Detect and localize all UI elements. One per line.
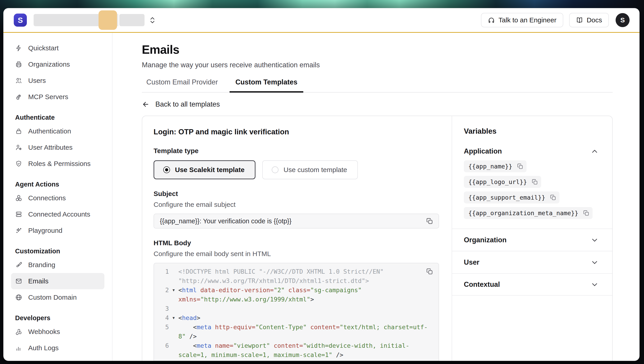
variable-chip-app-organization-meta-name[interactable]: {{app_organization_meta_name}} (464, 207, 592, 219)
template-card: Login: OTP and magic link verification T… (142, 116, 613, 361)
subject-input[interactable]: {{app_name}}: Your verification code is … (154, 214, 439, 229)
sidebar-item-label: Playground (28, 227, 62, 234)
sidebar-item-label: MCP Servers (28, 93, 68, 101)
back-link-label: Back to all templates (155, 100, 220, 108)
page-subtitle: Manage the way your users receive authen… (142, 61, 640, 69)
option-use-custom-template[interactable]: Use custom template (262, 160, 358, 179)
shield-check-icon (15, 160, 22, 167)
variable-text: {{app_name}} (468, 163, 512, 170)
line-number (154, 332, 169, 341)
copy-icon (517, 163, 523, 169)
copy-html-button[interactable] (425, 267, 434, 276)
talk-to-engineer-button[interactable]: Talk to an Engineer (481, 13, 563, 27)
variable-text: {{app_logo_url}} (468, 178, 527, 186)
variable-chip-list: {{app_name}} {{app_logo_url}} (452, 158, 612, 229)
variable-chip-app-support-email[interactable]: {{app_support_email}} (464, 192, 560, 204)
fold-gutter (169, 304, 178, 313)
scalekit-logo: S (14, 14, 27, 27)
bar-chart-icon (15, 344, 22, 351)
building-icon (15, 61, 22, 68)
sidebar-item-quickstart[interactable]: Quickstart (11, 40, 104, 56)
code-text: "http://www.w3.org/TR/xhtml1/DTD/xhtml1-… (178, 276, 369, 285)
sidebar-item-label: User Attributes (28, 144, 72, 151)
code-text: <head> (178, 313, 200, 322)
template-type-options: Use Scalekit template Use custom templat… (154, 160, 439, 179)
sidebar-item-custom-domain[interactable]: Custom Domain (11, 289, 104, 305)
fold-marker-icon[interactable]: ▾ (169, 313, 178, 322)
variables-group-user[interactable]: User (452, 251, 612, 273)
variables-group-organization[interactable]: Organization (452, 229, 612, 251)
code-line: 6 <meta name="viewport" content="width=d… (154, 341, 438, 350)
sidebar: Quickstart Organizations Users (4, 33, 112, 361)
sidebar-item-mcp-servers[interactable]: MCP Servers (11, 89, 104, 105)
redacted-workspace-text (119, 14, 144, 26)
sidebar-item-auth-logs[interactable]: Auth Logs (11, 340, 104, 356)
tab-bar: Custom Email Provider Custom Templates (142, 78, 613, 93)
line-number (154, 350, 169, 359)
sidebar-item-roles-permissions[interactable]: Roles & Permissions (11, 155, 104, 172)
variables-group-contextual[interactable]: Contextual (452, 273, 612, 296)
main-content: Emails Manage the way your users receive… (112, 33, 640, 361)
code-text: scale=1, minimum-scale=1, maximum-scale=… (178, 350, 344, 359)
arrow-left-icon (142, 100, 150, 108)
sidebar-item-label: Roles & Permissions (28, 160, 91, 167)
variable-text: {{app_organization_meta_name}} (468, 210, 578, 217)
user-gear-icon (15, 144, 22, 151)
sidebar-item-playground[interactable]: Playground (11, 222, 104, 239)
copy-variable-button[interactable] (550, 194, 556, 201)
top-bar: S Talk to an Engineer Docs (4, 8, 640, 33)
copy-icon (583, 210, 590, 216)
code-line: 7 <!--[if !mso]><!--> (154, 359, 438, 361)
sidebar-item-label: Organizations (28, 61, 70, 68)
fold-gutter (169, 267, 178, 276)
copy-subject-button[interactable] (425, 217, 434, 226)
user-avatar[interactable]: S (616, 13, 630, 27)
book-open-icon (576, 17, 583, 24)
line-number: 3 (154, 304, 169, 313)
sidebar-item-branding[interactable]: Branding (11, 257, 104, 273)
copy-variable-button[interactable] (517, 163, 523, 169)
workspace-switcher[interactable] (34, 14, 144, 26)
html-code-editor[interactable]: 1<!DOCTYPE html PUBLIC "-//W3C//DTD XHTM… (154, 263, 439, 361)
logo-letter: S (18, 16, 23, 25)
html-body-helper: Configure the email body sent in HTML (154, 250, 439, 258)
line-number: 6 (154, 341, 169, 350)
code-line: scale=1, minimum-scale=1, maximum-scale=… (154, 350, 438, 359)
sidebar-item-authentication[interactable]: Authentication (11, 123, 104, 139)
globe-icon (15, 294, 22, 301)
tab-custom-templates[interactable]: Custom Templates (230, 78, 303, 92)
tab-custom-email-provider[interactable]: Custom Email Provider (142, 78, 224, 92)
radio-unselected-icon (272, 166, 278, 173)
docs-button[interactable]: Docs (569, 13, 609, 27)
line-number: 7 (154, 359, 169, 361)
headphones-icon (488, 17, 495, 24)
workspace-switcher-chevrons[interactable] (150, 17, 155, 24)
sidebar-item-label: Settings (28, 360, 52, 361)
sidebar-item-connected-accounts[interactable]: Connected Accounts (11, 206, 104, 222)
option-use-scalekit-template[interactable]: Use Scalekit template (154, 160, 256, 179)
fold-gutter (169, 276, 178, 285)
sidebar-item-connections[interactable]: Connections (11, 190, 104, 206)
copy-variable-button[interactable] (583, 210, 590, 216)
copy-variable-button[interactable] (532, 178, 538, 185)
redacted-workspace-text (34, 14, 100, 26)
sidebar-item-settings[interactable]: Settings (11, 356, 104, 361)
sidebar-item-webhooks[interactable]: Webhooks (11, 324, 104, 340)
lock-icon (15, 128, 22, 135)
line-number (154, 295, 169, 304)
sidebar-item-organizations[interactable]: Organizations (11, 56, 104, 73)
sidebar-item-users[interactable]: Users (11, 73, 104, 89)
back-to-templates-link[interactable]: Back to all templates (142, 100, 640, 108)
fold-marker-icon[interactable]: ▾ (169, 285, 178, 295)
group-label: Contextual (464, 280, 500, 289)
fold-gutter (169, 295, 178, 304)
talk-to-engineer-label: Talk to an Engineer (498, 16, 556, 24)
sidebar-section-customization: Customization (4, 245, 112, 257)
variable-chip-app-logo-url[interactable]: {{app_logo_url}} (464, 176, 541, 188)
variable-chip-app-name[interactable]: {{app_name}} (464, 160, 526, 172)
sidebar-item-user-attributes[interactable]: User Attributes (11, 139, 104, 155)
sidebar-item-emails[interactable]: Emails (11, 273, 104, 289)
variable-text: {{app_support_email}} (468, 194, 545, 201)
code-lines: 1<!DOCTYPE html PUBLIC "-//W3C//DTD XHTM… (154, 267, 438, 361)
variables-group-application[interactable]: Application (452, 144, 612, 158)
